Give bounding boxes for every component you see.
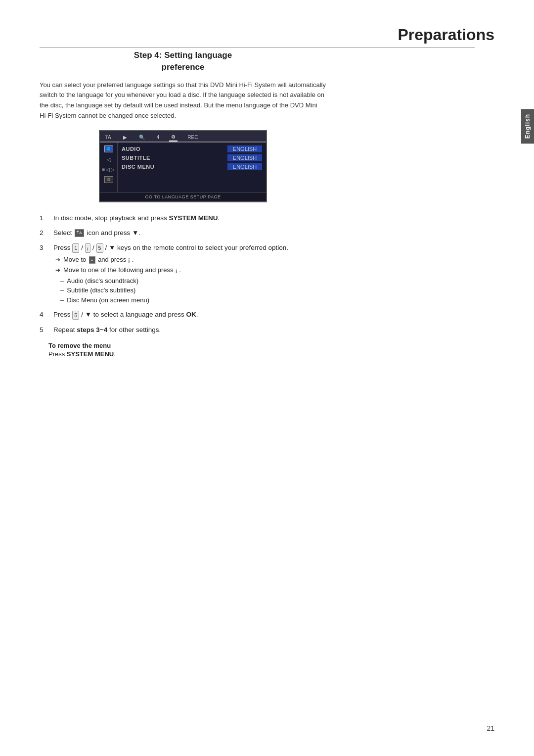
step-5-bold: steps 3~4 bbox=[77, 326, 107, 333]
step-1: 1 In disc mode, stop playback and press … bbox=[40, 213, 326, 223]
remove-menu-bold: SYSTEM MENU bbox=[67, 350, 114, 358]
language-tab: English bbox=[521, 109, 534, 143]
dvd-tab-ta: T̈A bbox=[103, 134, 113, 141]
top-divider bbox=[40, 47, 475, 47]
sub-text-1: Move to ≡ and press ¡ . bbox=[63, 255, 134, 264]
dvd-tab-rec: REC bbox=[185, 134, 200, 141]
step-3-subbullets: ➔ Move to ≡ and press ¡ . ➔ Move to one … bbox=[55, 255, 326, 275]
dvd-row-audio: AUDIO ENGLISH bbox=[122, 145, 262, 152]
sub-bullet-2: ➔ Move to one of the following and press… bbox=[55, 266, 326, 275]
dash-bullets: – Audio (disc's soundtrack) – Subtitle (… bbox=[60, 276, 326, 305]
dvd-menu-body: 🌐 ◁ ≡ ◁ ▷ ⊡ AUDIO ENGLISH SUBTITLE ENGLI… bbox=[100, 142, 266, 192]
dash-discmenu-text: Disc Menu (on screen menu) bbox=[67, 295, 149, 305]
dash-2: – bbox=[60, 285, 64, 295]
sub-text-2: Move to one of the following and press ¡… bbox=[63, 266, 181, 275]
step-1-bold: SYSTEM MENU bbox=[169, 214, 218, 222]
step-2: 2 Select T̈A icon and press ▼. bbox=[40, 228, 326, 238]
dvd-value-audio: ENGLISH bbox=[227, 145, 262, 152]
dash-3: – bbox=[60, 295, 64, 305]
dvd-nav: ≡ ◁ ▷ bbox=[102, 167, 115, 172]
remove-menu-text: Press SYSTEM MENU. bbox=[48, 350, 326, 358]
step-3-text: Press 1 / ¡ / 5 / ▼ keys on the remote c… bbox=[53, 243, 326, 305]
sub-bullet-1: ➔ Move to ≡ and press ¡ . bbox=[55, 255, 326, 264]
step-1-text: In disc mode, stop playback and press SY… bbox=[53, 213, 326, 223]
dvd-arrow-left: ◁ bbox=[107, 156, 111, 163]
remove-menu-section: To remove the menu Press SYSTEM MENU. bbox=[48, 342, 326, 358]
step-4: 4 Press 5 / ▼ to select a language and p… bbox=[40, 310, 326, 320]
dash-subtitle-text: Subtitle (disc's subtitles) bbox=[67, 285, 135, 295]
step-3-num: 3 bbox=[40, 243, 48, 305]
dvd-row-discmenu: DISC MENU ENGLISH bbox=[122, 163, 262, 170]
dvd-tab-settings: ⚙ bbox=[169, 133, 178, 142]
step-2-num: 2 bbox=[40, 228, 48, 238]
dvd-left-icons: 🌐 ◁ ≡ ◁ ▷ ⊡ bbox=[100, 142, 118, 192]
dvd-icon-lang: 🌐 bbox=[104, 145, 113, 152]
dvd-tab-search: 🔍 bbox=[137, 134, 147, 141]
dvd-label-discmenu: DISC MENU bbox=[122, 164, 154, 170]
step-4-num: 4 bbox=[40, 310, 48, 320]
steps-list: 1 In disc mode, stop playback and press … bbox=[40, 213, 326, 335]
dvd-value-subtitle: ENGLISH bbox=[227, 154, 262, 161]
step-3: 3 Press 1 / ¡ / 5 / ▼ keys on the remote… bbox=[40, 243, 326, 305]
dvd-menu-footer: GO TO LANGUAGE SETUP PAGE bbox=[100, 192, 266, 201]
key-5b: 5 bbox=[72, 311, 79, 320]
step-5-text: Repeat steps 3~4 for other settings. bbox=[53, 325, 326, 335]
remove-menu-title: To remove the menu bbox=[48, 342, 326, 349]
main-content: Step 4: Setting language preference You … bbox=[40, 49, 326, 358]
arrow-icon-2: ➔ bbox=[55, 266, 60, 275]
key-1: 1 bbox=[72, 243, 79, 253]
sub-icon-1: ≡ bbox=[89, 256, 95, 264]
step-5: 5 Repeat steps 3~4 for other settings. bbox=[40, 325, 326, 335]
dash-audio-text: Audio (disc's soundtrack) bbox=[67, 276, 138, 286]
dash-1: – bbox=[60, 276, 64, 286]
dvd-tab-4: 4 bbox=[155, 134, 162, 141]
dvd-icon-bottom: ⊡ bbox=[104, 176, 113, 183]
page-number: 21 bbox=[487, 724, 494, 732]
intro-text: You can select your preferred language s… bbox=[40, 80, 326, 121]
step-2-icon: T̈A bbox=[75, 229, 84, 237]
dvd-row-subtitle: SUBTITLE ENGLISH bbox=[122, 154, 262, 161]
dvd-label-subtitle: SUBTITLE bbox=[122, 155, 150, 161]
step-5-num: 5 bbox=[40, 325, 48, 335]
step-2-text: Select T̈A icon and press ▼. bbox=[53, 228, 326, 238]
key-5: 5 bbox=[96, 243, 103, 253]
dvd-menu-tabs: T̈A ▶ 🔍 4 ⚙ REC bbox=[100, 131, 266, 142]
step-4-text: Press 5 / ▼ to select a language and pre… bbox=[53, 310, 326, 320]
dvd-menu-screenshot: T̈A ▶ 🔍 4 ⚙ REC 🌐 ◁ ≡ ◁ ▷ ⊡ AUDI bbox=[99, 130, 267, 202]
dvd-label-audio: AUDIO bbox=[122, 146, 140, 152]
dvd-value-discmenu: ENGLISH bbox=[227, 163, 262, 170]
step-1-num: 1 bbox=[40, 213, 48, 223]
dash-audio: – Audio (disc's soundtrack) bbox=[60, 276, 326, 286]
arrow-icon-1: ➔ bbox=[55, 256, 60, 264]
section-title: Step 4: Setting language preference bbox=[40, 49, 326, 73]
dash-subtitle: – Subtitle (disc's subtitles) bbox=[60, 285, 326, 295]
dvd-tab-play: ▶ bbox=[121, 134, 129, 141]
dvd-menu-items: AUDIO ENGLISH SUBTITLE ENGLISH DISC MENU… bbox=[118, 142, 266, 192]
page-title: Preparations bbox=[398, 26, 494, 44]
key-i: ¡ bbox=[85, 243, 91, 253]
step-4-ok: OK bbox=[186, 311, 196, 318]
dash-discmenu: – Disc Menu (on screen menu) bbox=[60, 295, 326, 305]
